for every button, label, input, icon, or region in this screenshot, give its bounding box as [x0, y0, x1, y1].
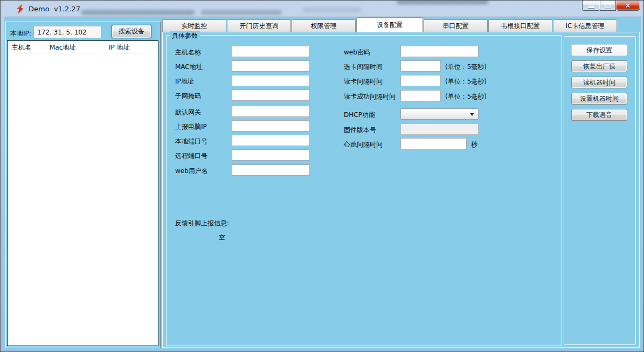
- app-window: Demo v1.2.27 ✕ 本地IP: 搜索设备 主机名Mac地址IP 地址 …: [0, 0, 644, 352]
- client-area: 本地IP: 搜索设备 主机名Mac地址IP 地址 实时监控开门历史查询权限管理设…: [4, 17, 641, 349]
- dhcp-function-select[interactable]: [400, 108, 479, 120]
- card-select-interval-unit-label: (单位：5毫秒): [445, 63, 487, 72]
- feedback-pin-value: 空: [219, 233, 225, 242]
- firmware-version-label: 固件版本号: [344, 126, 376, 135]
- subnet-mask-input[interactable]: [232, 89, 310, 101]
- host-name-label: 主机名称: [175, 48, 201, 57]
- heartbeat-interval-unit-label: 秒: [471, 140, 477, 149]
- minimize-button[interactable]: [582, 1, 600, 11]
- restore-factory-button[interactable]: 恢复出厂值: [571, 60, 627, 72]
- feedback-pin-label: 反馈引脚上报信息:: [175, 219, 229, 228]
- card-read-success-interval-unit-label: (单位：5毫秒): [445, 92, 487, 101]
- remote-port-label: 远程端口号: [175, 151, 207, 161]
- heartbeat-interval-input[interactable]: [400, 138, 467, 149]
- titlebar-blur-artifact: [397, 1, 488, 4]
- mac-address-input[interactable]: [232, 60, 310, 72]
- card-read-success-interval-label: 读卡成功间隔时间: [344, 92, 396, 101]
- groupbox-title: 具体参数: [170, 31, 200, 40]
- subnet-mask-label: 子网掩码: [175, 92, 201, 101]
- report-pc-ip-input[interactable]: [232, 120, 310, 132]
- report-pc-ip-label: 上报电脑IP: [175, 122, 207, 132]
- card-select-interval-label: 选卡间隔时间: [344, 63, 383, 72]
- heartbeat-interval-label: 心跳间隔时间: [344, 140, 383, 149]
- firmware-version-input: [400, 123, 479, 135]
- tab-device-config[interactable]: 设备配置: [356, 17, 423, 32]
- device-config-tabpage: 具体参数 反馈引脚上报信息: 空 主机名称MAC地址IP地址子网掩码默认网关上报…: [162, 32, 640, 348]
- local-port-label: 本地端口号: [175, 137, 207, 146]
- mac-address-label: MAC地址: [175, 63, 203, 72]
- list-header-ip-address[interactable]: IP 地址: [109, 43, 130, 52]
- close-button[interactable]: ✕: [616, 1, 640, 11]
- close-icon: ✕: [616, 2, 640, 10]
- window-controls: ✕: [582, 1, 640, 11]
- web-username-input[interactable]: [232, 164, 310, 176]
- card-read-interval-input[interactable]: [400, 75, 441, 86]
- ip-address-input[interactable]: [232, 75, 310, 86]
- ip-address-label: IP地址: [175, 77, 194, 86]
- read-device-time-button[interactable]: 读机器时间: [571, 77, 627, 88]
- web-password-label: web密码: [344, 48, 370, 57]
- search-devices-button[interactable]: 搜索设备: [112, 25, 151, 38]
- window-title: Demo v1.2.27: [29, 5, 80, 13]
- parameters-groupbox: 具体参数 反馈引脚上报信息: 空 主机名称MAC地址IP地址子网掩码默认网关上报…: [166, 35, 562, 346]
- list-header-mac-address[interactable]: Mac地址: [50, 43, 75, 52]
- download-voice-button[interactable]: 下载语音: [571, 109, 627, 121]
- local-ip-label: 本地IP:: [10, 29, 31, 38]
- list-header-hostname[interactable]: 主机名: [12, 43, 31, 52]
- maximize-icon: [605, 3, 611, 8]
- chevron-down-icon: [470, 113, 474, 116]
- local-ip-input[interactable]: [33, 26, 102, 38]
- device-list-header: 主机名Mac地址IP 地址: [8, 41, 158, 53]
- tab-serial-config[interactable]: 串口配置: [424, 19, 488, 32]
- tab-open-door-history[interactable]: 开门历史查询: [227, 19, 291, 32]
- card-read-interval-unit-label: (单位：5毫秒): [445, 77, 487, 86]
- save-settings-button[interactable]: 保存设置: [571, 44, 627, 56]
- tab-permission-management[interactable]: 权限管理: [292, 19, 356, 32]
- host-name-input[interactable]: [232, 46, 310, 57]
- local-port-input[interactable]: [232, 135, 310, 146]
- set-device-time-button[interactable]: 设置机器时间: [571, 93, 627, 105]
- device-search-panel: 本地IP: 搜索设备 主机名Mac地址IP 地址: [5, 22, 161, 348]
- web-password-input[interactable]: [400, 46, 479, 57]
- maximize-button[interactable]: [600, 1, 616, 11]
- minimize-icon: [588, 6, 594, 8]
- remote-port-input[interactable]: [232, 149, 310, 161]
- tab-ic-card-info[interactable]: IC卡信息管理: [553, 19, 617, 32]
- dhcp-function-label: DHCP功能: [344, 111, 375, 120]
- device-list: 主机名Mac地址IP 地址: [7, 40, 158, 346]
- default-gateway-input[interactable]: [232, 106, 310, 117]
- tab-realtime-monitor[interactable]: 实时监控: [162, 19, 226, 32]
- device-list-body[interactable]: [8, 53, 158, 346]
- card-select-interval-input[interactable]: [400, 60, 441, 72]
- card-read-success-interval-input[interactable]: [400, 90, 441, 101]
- tab-strip: 实时监控开门历史查询权限管理设备配置串口配置韦根接口配置IC卡信息管理: [162, 18, 617, 32]
- app-logo-icon: [16, 4, 25, 13]
- tab-wiegand-config[interactable]: 韦根接口配置: [488, 19, 552, 32]
- titlebar: Demo v1.2.27 ✕: [1, 1, 643, 17]
- card-read-interval-label: 读卡间隔时间: [344, 77, 383, 86]
- titlebar-blur-artifact: [302, 8, 362, 12]
- actions-groupbox: 保存设置恢复出厂值读机器时间设置机器时间下载语音: [564, 36, 636, 345]
- titlebar-blur-artifact: [201, 10, 282, 15]
- web-username-label: web用户名: [175, 167, 208, 176]
- default-gateway-label: 默认网关: [175, 108, 201, 117]
- titlebar-blur-artifact: [81, 10, 195, 15]
